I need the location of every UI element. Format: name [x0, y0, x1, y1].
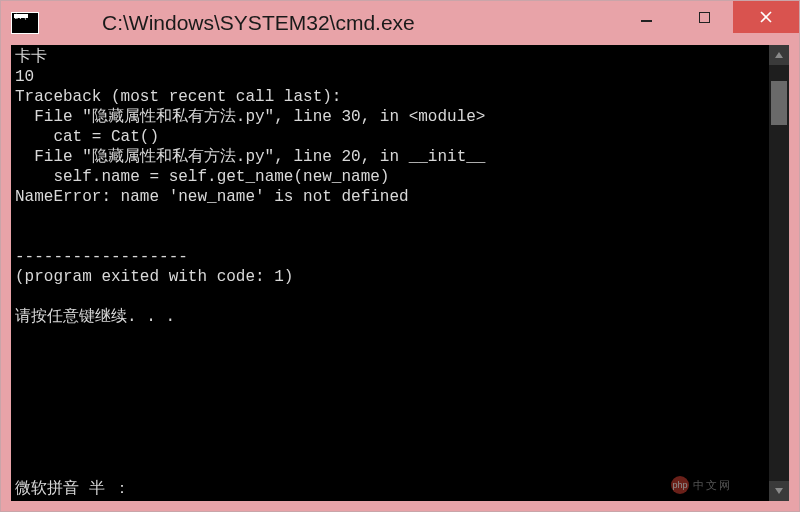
maximize-button[interactable] [675, 1, 733, 33]
svg-rect-0 [641, 20, 652, 22]
scroll-thumb[interactable] [771, 81, 787, 125]
close-button[interactable] [733, 1, 799, 33]
client-area: 卡卡 10 Traceback (most recent call last):… [1, 45, 799, 511]
titlebar[interactable]: C:\Windows\SYSTEM32\cmd.exe [1, 1, 799, 45]
svg-rect-1 [699, 12, 710, 23]
window-title: C:\Windows\SYSTEM32\cmd.exe [47, 11, 617, 35]
console-container: 卡卡 10 Traceback (most recent call last):… [11, 45, 789, 501]
cmd-window: C:\Windows\SYSTEM32\cmd.exe 卡卡 10 Traceb… [0, 0, 800, 512]
window-controls [617, 1, 799, 45]
vertical-scrollbar[interactable] [769, 45, 789, 501]
scroll-track[interactable] [769, 65, 789, 481]
scroll-up-button[interactable] [769, 45, 789, 65]
console-output[interactable]: 卡卡 10 Traceback (most recent call last):… [11, 45, 769, 501]
ime-status: 微软拼音 半 ： [15, 478, 130, 499]
cmd-icon [11, 12, 39, 34]
scroll-down-button[interactable] [769, 481, 789, 501]
minimize-button[interactable] [617, 1, 675, 33]
